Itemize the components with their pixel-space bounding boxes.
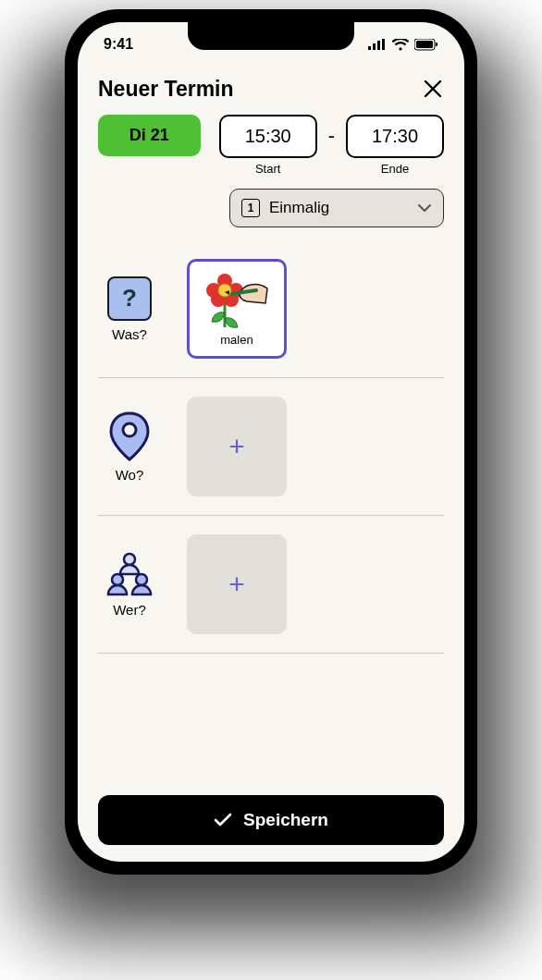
start-time-label: Start — [255, 162, 280, 176]
phone-frame: 9:41 Neuer Termin — [65, 9, 477, 875]
who-label: Wer? — [113, 602, 146, 618]
cellular-icon — [368, 39, 387, 50]
battery-icon — [414, 39, 438, 51]
recurrence-label: Einmalig — [269, 199, 408, 217]
svg-point-19 — [136, 574, 147, 585]
row-where: Wo? + — [98, 378, 444, 516]
row-what: ? Was? — [98, 240, 444, 378]
question-icon: ? — [107, 276, 152, 321]
save-button[interactable]: Speichern — [98, 795, 444, 845]
start-time-input[interactable]: 15:30 — [219, 115, 317, 158]
painting-icon — [204, 272, 269, 331]
phone-notch — [188, 22, 354, 50]
phone-screen: 9:41 Neuer Termin — [78, 22, 464, 862]
check-icon — [214, 813, 232, 827]
status-time: 9:41 — [104, 36, 133, 53]
recurrence-select[interactable]: 1 Einmalig — [229, 189, 444, 227]
people-icon — [105, 552, 154, 596]
where-add-button[interactable]: + — [187, 397, 287, 496]
location-pin-icon — [109, 411, 150, 461]
svg-rect-6 — [436, 43, 437, 46]
svg-rect-2 — [377, 41, 380, 50]
end-time-label: Ende — [381, 162, 409, 176]
recurrence-badge-icon: 1 — [241, 199, 260, 217]
what-selected-card[interactable]: malen — [187, 259, 287, 359]
where-label: Wo? — [116, 467, 144, 483]
svg-point-18 — [112, 574, 123, 585]
end-time-input[interactable]: 17:30 — [346, 115, 444, 158]
row-who: Wer? + — [98, 516, 444, 654]
chevron-down-icon — [417, 203, 432, 213]
what-label: Was? — [112, 326, 147, 342]
svg-point-17 — [124, 554, 135, 565]
wifi-icon — [392, 39, 409, 51]
plus-icon: + — [228, 431, 245, 462]
save-button-label: Speichern — [243, 810, 328, 830]
time-separator: - — [326, 115, 337, 148]
plus-icon: + — [228, 569, 245, 600]
what-selected-label: malen — [220, 333, 253, 347]
svg-point-16 — [123, 423, 136, 436]
svg-rect-1 — [373, 43, 376, 50]
close-icon[interactable] — [422, 76, 444, 102]
date-chip[interactable]: Di 21 — [98, 115, 201, 156]
page-title: Neuer Termin — [98, 77, 234, 102]
svg-rect-5 — [416, 41, 433, 48]
svg-rect-0 — [368, 46, 371, 50]
svg-rect-3 — [382, 39, 385, 50]
who-add-button[interactable]: + — [187, 534, 287, 634]
